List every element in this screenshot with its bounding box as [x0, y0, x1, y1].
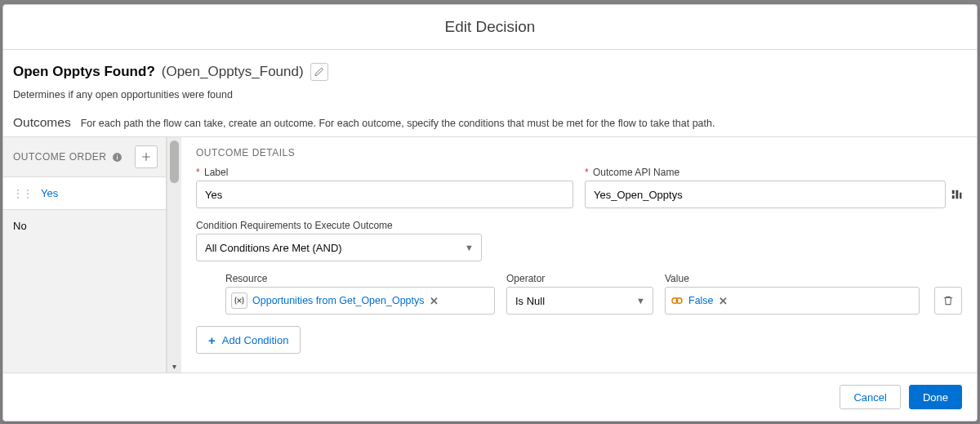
- value-pill: False ✕: [670, 294, 728, 307]
- label-field-label: Label: [204, 167, 228, 178]
- trash-icon: [942, 295, 954, 306]
- svg-rect-2: [116, 154, 117, 155]
- outcomes-heading: Outcomes: [13, 115, 71, 130]
- decision-api-name: (Open_Opptys_Found): [162, 64, 304, 80]
- plus-icon: +: [208, 333, 216, 347]
- resource-pill-text: Opportunities from Get_Open_Opptys: [252, 295, 425, 306]
- details-pane: OUTCOME DETAILS * Label *: [181, 137, 977, 373]
- svg-rect-3: [952, 190, 955, 194]
- sidebar-scrollbar[interactable]: [167, 137, 181, 373]
- svg-rect-5: [956, 190, 958, 199]
- delete-condition-button[interactable]: [934, 287, 962, 315]
- content-split: OUTCOME ORDER ⋮⋮ Yes No: [3, 136, 977, 373]
- decision-label: Open Opptys Found?: [13, 64, 155, 80]
- pencil-icon: [314, 67, 324, 77]
- label-input[interactable]: [196, 181, 573, 208]
- resource-col: Resource: [225, 273, 495, 315]
- toggle-api-icon[interactable]: [951, 188, 962, 201]
- label-field: * Label: [196, 167, 573, 208]
- info-icon[interactable]: [112, 152, 122, 163]
- remove-value-icon[interactable]: ✕: [719, 295, 728, 307]
- outcomes-heading-row: Outcomes For each path the flow can take…: [3, 115, 977, 136]
- api-name-wrap: [585, 181, 962, 208]
- operator-select[interactable]: Is Null: [506, 287, 653, 315]
- outcome-item-no[interactable]: No: [3, 210, 166, 242]
- operator-label: Operator: [506, 273, 653, 284]
- svg-rect-6: [960, 193, 961, 199]
- add-outcome-button[interactable]: [135, 145, 158, 168]
- required-indicator: *: [585, 167, 589, 178]
- remove-resource-icon[interactable]: ✕: [430, 295, 439, 307]
- resource-label: Resource: [225, 273, 495, 284]
- edit-name-button[interactable]: [310, 63, 328, 81]
- api-name-field: * Outcome API Name: [585, 167, 962, 208]
- global-constant-icon: [670, 294, 684, 307]
- delete-condition-wrap: [931, 273, 962, 315]
- collection-variable-icon: [231, 292, 247, 309]
- sidebar-header: OUTCOME ORDER: [3, 137, 166, 177]
- cond-req-select[interactable]: All Conditions Are Met (AND): [196, 234, 482, 261]
- value-pill-text: False: [688, 295, 714, 306]
- cond-req-label: Condition Requirements to Execute Outcom…: [196, 220, 962, 231]
- plus-icon: [140, 151, 152, 163]
- outcomes-help-text: For each path the flow can take, create …: [81, 118, 715, 129]
- outcome-item-label: Yes: [41, 187, 58, 199]
- drag-handle-icon[interactable]: ⋮⋮: [13, 188, 33, 199]
- outcome-list: ⋮⋮ Yes No: [3, 177, 166, 373]
- decision-heading-row: Open Opptys Found? (Open_Opptys_Found): [3, 50, 977, 81]
- decision-description: Determines if any open opportunities wer…: [3, 81, 977, 115]
- required-indicator: *: [196, 167, 200, 178]
- edit-decision-modal: Edit Decision Open Opptys Found? (Open_O…: [2, 4, 978, 422]
- condition-req-field: Condition Requirements to Execute Outcom…: [196, 220, 962, 261]
- cond-req-selected: All Conditions Are Met (AND): [205, 242, 342, 254]
- details-header: OUTCOME DETAILS: [196, 147, 962, 158]
- label-api-row: * Label * Outcome API Name: [196, 167, 962, 208]
- outcome-item-yes[interactable]: ⋮⋮ Yes: [3, 177, 166, 210]
- operator-select-wrap: Is Null ▼: [506, 287, 653, 315]
- svg-rect-4: [952, 195, 955, 199]
- viewport: Edit Decision Open Opptys Found? (Open_O…: [0, 0, 980, 424]
- operator-selected: Is Null: [515, 295, 545, 307]
- cond-req-select-wrap: All Conditions Are Met (AND) ▼: [196, 234, 482, 261]
- modal-footer: Cancel Done: [3, 373, 977, 421]
- modal-title: Edit Decision: [3, 5, 977, 50]
- cancel-button[interactable]: Cancel: [840, 385, 900, 409]
- svg-rect-1: [116, 156, 117, 159]
- resource-input[interactable]: Opportunities from Get_Open_Opptys ✕: [225, 287, 495, 315]
- add-condition-button[interactable]: + Add Condition: [196, 326, 301, 354]
- api-name-field-label: Outcome API Name: [593, 167, 679, 178]
- outcome-order-sidebar: OUTCOME ORDER ⋮⋮ Yes No: [3, 137, 167, 373]
- add-condition-label: Add Condition: [222, 334, 289, 346]
- resource-pill: Opportunities from Get_Open_Opptys ✕: [231, 292, 439, 309]
- value-input[interactable]: False ✕: [665, 287, 920, 315]
- done-button[interactable]: Done: [909, 385, 962, 409]
- value-col: Value False ✕: [665, 273, 920, 315]
- condition-row-1: Resource: [196, 273, 962, 315]
- operator-col: Operator Is Null ▼: [506, 273, 653, 315]
- api-name-input[interactable]: [585, 181, 946, 208]
- conditions-block: Resource: [196, 273, 962, 354]
- value-label: Value: [665, 273, 920, 284]
- outcome-order-label: OUTCOME ORDER: [13, 151, 107, 163]
- outcome-item-label: No: [13, 220, 27, 232]
